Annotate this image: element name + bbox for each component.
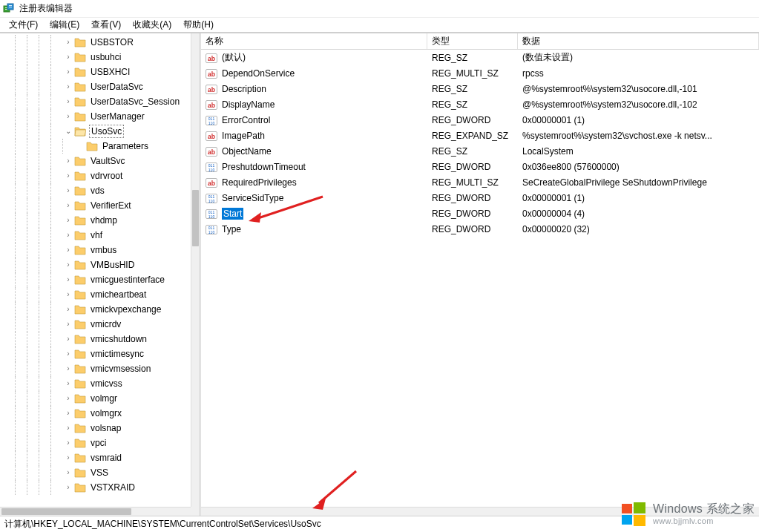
chevron-right-icon[interactable]: › (62, 172, 74, 180)
svg-rect-4 (9, 5, 12, 6)
chevron-right-icon[interactable]: › (62, 350, 74, 358)
tree-item[interactable]: ›VSS (0, 465, 191, 480)
tree-item-label: vmickvpexchange (89, 303, 162, 315)
list-row[interactable]: RequiredPrivilegesREG_MULTI_SZSeCreateGl… (201, 174, 759, 190)
tree-item[interactable]: ›UserManager (0, 109, 191, 124)
tree-item[interactable]: ›VSTXRAID (0, 480, 191, 495)
tree-item[interactable]: ⌄UsoSvc (0, 124, 191, 139)
value-type: REG_DWORD (427, 162, 518, 172)
tree-horizontal-scrollbar[interactable] (0, 507, 191, 516)
chevron-right-icon[interactable]: › (62, 335, 74, 343)
chevron-right-icon[interactable]: › (62, 469, 74, 476)
column-header-type[interactable]: 类型 (427, 33, 518, 49)
watermark-line1: 系统之家 (706, 502, 755, 515)
menu-edit[interactable]: 编辑(E) (44, 18, 85, 32)
list-row[interactable]: StartREG_DWORD0x00000004 (4) (201, 206, 759, 221)
chevron-right-icon[interactable]: › (62, 454, 74, 462)
chevron-right-icon[interactable]: › (62, 321, 74, 328)
watermark-line2: www.bjjmlv.com (653, 516, 755, 526)
chevron-down-icon[interactable]: ⌄ (62, 128, 74, 135)
chevron-right-icon[interactable]: › (62, 157, 74, 165)
tree-view[interactable]: ›USBSTOR›usbuhci›USBXHCI›UserDataSvc›Use… (0, 33, 191, 507)
tree-item-label: VMBusHID (89, 259, 136, 271)
list-view[interactable]: (默认)REG_SZ(数值未设置)DependOnServiceREG_MULT… (201, 50, 759, 507)
tree-item-label: Parameters (101, 140, 150, 152)
list-row[interactable]: DisplayNameREG_SZ@%systemroot%\system32\… (201, 96, 759, 112)
tree-item[interactable]: ›vmicshutdown (0, 332, 191, 347)
tree-item[interactable]: ›vmbus (0, 243, 191, 257)
chevron-right-icon[interactable]: › (62, 306, 74, 313)
tree-item[interactable]: ›USBSTOR (0, 35, 191, 50)
tree-item[interactable]: ›vds (0, 183, 191, 198)
tree-item[interactable]: ›vmicvss (0, 376, 191, 391)
menu-view[interactable]: 查看(V) (85, 18, 127, 32)
folder-icon (74, 244, 86, 256)
tree-item[interactable]: ›vmicguestinterface (0, 272, 191, 287)
string-value-icon (206, 68, 217, 79)
tree-item[interactable]: Parameters (0, 139, 191, 154)
chevron-right-icon[interactable]: › (62, 276, 74, 283)
tree-item[interactable]: ›vpci (0, 436, 191, 450)
chevron-right-icon[interactable]: › (62, 424, 74, 432)
list-row[interactable]: ServiceSidTypeREG_DWORD0x00000001 (1) (201, 190, 759, 206)
tree-item[interactable]: ›vdrvroot (0, 168, 191, 183)
scrollbar-thumb[interactable] (1, 508, 131, 515)
tree-item[interactable]: ›VerifierExt (0, 198, 191, 213)
column-header-data[interactable]: 数据 (518, 33, 759, 49)
chevron-right-icon[interactable]: › (62, 39, 74, 46)
tree-item[interactable]: ›VaultSvc (0, 154, 191, 168)
column-header-name[interactable]: 名称 (201, 33, 427, 49)
folder-icon (74, 318, 86, 330)
chevron-right-icon[interactable]: › (62, 484, 74, 491)
chevron-right-icon[interactable]: › (62, 246, 74, 254)
chevron-right-icon[interactable]: › (62, 395, 74, 402)
chevron-right-icon[interactable]: › (62, 83, 74, 91)
tree-item[interactable]: ›vhdmp (0, 213, 191, 228)
tree-item[interactable]: ›VMBusHID (0, 257, 191, 272)
chevron-right-icon[interactable]: › (62, 68, 74, 76)
tree-item[interactable]: ›volmgr (0, 391, 191, 406)
chevron-right-icon[interactable]: › (62, 187, 74, 194)
tree-item[interactable]: ›vmicrdv (0, 317, 191, 332)
chevron-right-icon[interactable]: › (62, 439, 74, 447)
chevron-right-icon[interactable]: › (62, 217, 74, 224)
list-row[interactable]: (默认)REG_SZ(数值未设置) (201, 50, 759, 65)
folder-icon (74, 170, 86, 182)
tree-item-label: UserDataSvc (89, 81, 145, 93)
chevron-right-icon[interactable]: › (62, 53, 74, 61)
menu-favorites[interactable]: 收藏夹(A) (127, 18, 177, 32)
folder-icon (74, 200, 86, 211)
tree-item[interactable]: ›UserDataSvc_Session (0, 94, 191, 109)
tree-item[interactable]: ›volmgrx (0, 406, 191, 421)
tree-vertical-scrollbar[interactable] (191, 33, 200, 507)
chevron-right-icon[interactable]: › (62, 410, 74, 417)
tree-item[interactable]: ›vmicvmsession (0, 361, 191, 376)
list-row[interactable]: DependOnServiceREG_MULTI_SZrpcss (201, 65, 759, 81)
chevron-right-icon[interactable]: › (62, 365, 74, 372)
tree-item[interactable]: ›UserDataSvc (0, 79, 191, 94)
list-row[interactable]: ImagePathREG_EXPAND_SZ%systemroot%\syste… (201, 128, 759, 143)
list-row[interactable]: PreshutdownTimeoutREG_DWORD0x036ee800 (5… (201, 159, 759, 174)
list-row[interactable]: DescriptionREG_SZ@%systemroot%\system32\… (201, 81, 759, 96)
list-row[interactable]: TypeREG_DWORD0x00000020 (32) (201, 221, 759, 237)
menu-file[interactable]: 文件(F) (3, 18, 44, 32)
tree-item[interactable]: ›usbuhci (0, 50, 191, 65)
tree-item[interactable]: ›vsmraid (0, 450, 191, 465)
chevron-right-icon[interactable]: › (62, 231, 74, 239)
tree-item[interactable]: ›vmicheartbeat (0, 287, 191, 302)
tree-item[interactable]: ›vhf (0, 228, 191, 243)
chevron-right-icon[interactable]: › (62, 380, 74, 387)
list-row[interactable]: ErrorControlREG_DWORD0x00000001 (1) (201, 112, 759, 128)
tree-item[interactable]: ›vmickvpexchange (0, 302, 191, 317)
tree-item[interactable]: ›volsnap (0, 421, 191, 436)
chevron-right-icon[interactable]: › (62, 98, 74, 105)
chevron-right-icon[interactable]: › (62, 291, 74, 298)
tree-item[interactable]: ›vmictimesync (0, 347, 191, 361)
chevron-right-icon[interactable]: › (62, 113, 74, 120)
menu-help[interactable]: 帮助(H) (177, 18, 220, 32)
list-row[interactable]: ObjectNameREG_SZLocalSystem (201, 143, 759, 159)
chevron-right-icon[interactable]: › (62, 261, 74, 269)
scrollbar-thumb[interactable] (192, 190, 199, 247)
chevron-right-icon[interactable]: › (62, 202, 74, 209)
tree-item[interactable]: ›USBXHCI (0, 65, 191, 79)
